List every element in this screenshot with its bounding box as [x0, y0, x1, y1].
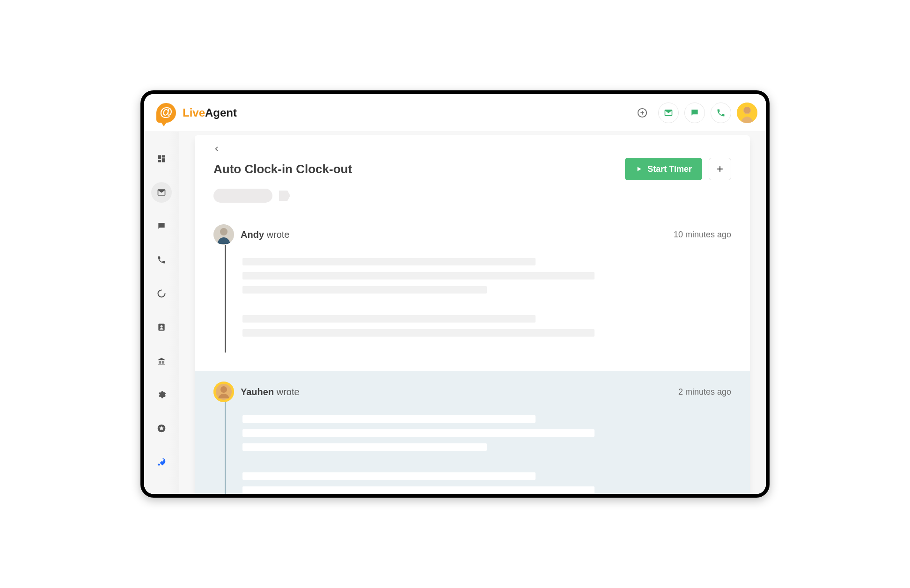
sidebar-item-rocket[interactable]	[151, 452, 172, 472]
placeholder-line	[242, 286, 487, 294]
brand-bubble-icon: @	[156, 103, 176, 123]
placeholder-line	[242, 415, 536, 423]
message-body	[225, 402, 731, 494]
message-body	[225, 245, 731, 353]
topbar-actions	[632, 103, 757, 123]
placeholder-line	[242, 258, 536, 265]
topbar-phone-button[interactable]	[711, 103, 731, 123]
message-time: 10 minutes ago	[674, 230, 731, 240]
spinner-icon	[157, 289, 166, 298]
sidebar-item-kb[interactable]	[151, 351, 172, 371]
dashboard-icon	[157, 154, 166, 163]
svg-rect-9	[158, 160, 161, 162]
message-verb: wrote	[264, 229, 289, 240]
brand-text: LiveAgent	[183, 106, 237, 119]
add-button[interactable]	[709, 158, 731, 180]
sidebar-item-phone[interactable]	[151, 250, 172, 270]
placeholder-line	[242, 486, 594, 494]
placeholder-line	[242, 329, 594, 337]
message-avatar	[213, 224, 234, 245]
message-avatar	[213, 382, 234, 402]
ticket-title: Auto Clock-in Clock-out	[213, 162, 352, 176]
phone-icon	[157, 255, 166, 265]
svg-rect-6	[158, 155, 161, 159]
back-button[interactable]	[213, 144, 224, 154]
user-avatar[interactable]	[737, 103, 757, 123]
sidebar	[144, 132, 179, 494]
start-timer-label: Start Timer	[647, 164, 692, 174]
messages: Andy wrote10 minutes agoYauhen wrote2 mi…	[195, 214, 750, 494]
message-head: Andy wrote10 minutes ago	[213, 224, 731, 245]
sidebar-item-chat[interactable]	[151, 216, 172, 236]
message-item: Andy wrote10 minutes ago	[195, 214, 750, 371]
play-icon	[635, 165, 643, 173]
plus-icon	[715, 164, 725, 174]
message-author-line: Andy wrote	[241, 229, 667, 240]
topbar-mail-button[interactable]	[658, 103, 679, 123]
placeholder-line	[242, 315, 536, 323]
sidebar-item-mail[interactable]	[151, 182, 172, 203]
phone-icon	[716, 108, 726, 118]
sidebar-item-contacts[interactable]	[151, 317, 172, 338]
sidebar-item-settings[interactable]	[151, 384, 172, 405]
ticket-header: Auto Clock-in Clock-out Start Timer	[195, 135, 750, 214]
placeholder-line	[242, 272, 594, 279]
device-frame: @ LiveAgent	[140, 90, 770, 498]
tag-icon[interactable]	[279, 191, 290, 201]
sidebar-item-starred[interactable]	[151, 418, 172, 439]
message-head: Yauhen wrote2 minutes ago	[213, 382, 731, 402]
svg-point-20	[220, 386, 227, 393]
svg-rect-8	[162, 158, 165, 162]
svg-point-11	[161, 325, 163, 328]
ticket-card: Auto Clock-in Clock-out Start Timer	[195, 135, 750, 494]
svg-point-13	[162, 460, 163, 462]
app-body: Auto Clock-in Clock-out Start Timer	[144, 132, 766, 494]
chat-icon	[157, 221, 166, 231]
gear-icon	[157, 390, 166, 399]
placeholder-line	[242, 429, 594, 437]
new-ticket-button[interactable]	[632, 103, 653, 123]
status-pill-placeholder[interactable]	[213, 189, 272, 203]
sidebar-item-loading[interactable]	[151, 283, 172, 304]
brand-logo: @ LiveAgent	[156, 103, 237, 123]
mail-icon	[157, 188, 166, 197]
message-time: 2 minutes ago	[678, 387, 731, 397]
message-verb: wrote	[274, 387, 299, 397]
message-author: Andy	[241, 229, 264, 240]
contact-icon	[157, 323, 166, 332]
message-author-line: Yauhen wrote	[241, 387, 672, 397]
building-icon	[157, 356, 166, 366]
chevron-left-icon	[213, 146, 220, 152]
topbar: @ LiveAgent	[144, 94, 766, 132]
svg-point-17	[220, 228, 228, 235]
chat-icon	[690, 108, 699, 118]
brand-part1: Live	[183, 106, 205, 119]
rocket-icon	[156, 457, 167, 467]
mail-icon	[664, 108, 673, 118]
star-icon	[157, 424, 166, 433]
placeholder-line	[242, 472, 536, 480]
placeholder-line	[242, 443, 487, 451]
svg-rect-7	[162, 155, 165, 158]
topbar-chat-button[interactable]	[684, 103, 705, 123]
plus-circle-icon	[637, 108, 647, 118]
tag-row	[213, 189, 731, 203]
sidebar-item-dashboard[interactable]	[151, 148, 172, 169]
message-item: Yauhen wrote2 minutes ago	[195, 371, 750, 494]
start-timer-button[interactable]: Start Timer	[625, 158, 702, 180]
message-author: Yauhen	[241, 387, 274, 397]
main-content: Auto Clock-in Clock-out Start Timer	[179, 132, 766, 494]
brand-part2: Agent	[205, 106, 237, 119]
svg-point-5	[744, 107, 750, 113]
